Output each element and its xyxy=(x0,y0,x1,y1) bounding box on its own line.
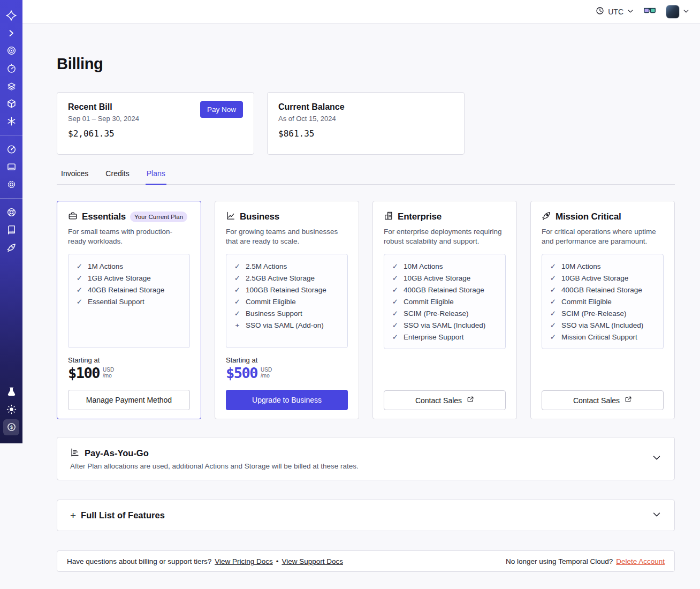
full-list-title: Full List of Features xyxy=(81,510,165,520)
external-link-icon xyxy=(467,396,474,405)
timezone-picker[interactable]: UTC xyxy=(596,6,634,17)
tab-invoices[interactable]: Invoices xyxy=(60,167,89,184)
check-icon: ✓ xyxy=(550,284,557,296)
check-icon: ✓ xyxy=(234,308,241,320)
namespaces-icon[interactable] xyxy=(3,43,19,59)
payg-title: Pay-As-You-Go xyxy=(85,448,149,458)
plan-card-essentials: Essentials Your Current Plan For small t… xyxy=(57,201,201,419)
feature-item: ✓10M Actions xyxy=(550,261,656,273)
feature-item: ✓SSO via SAML (Included) xyxy=(392,320,498,331)
plan-description: For growing teams and businesses that ar… xyxy=(226,227,348,247)
current-plan-badge: Your Current Plan xyxy=(130,212,187,222)
feature-item: ✓10M Actions xyxy=(392,261,498,273)
current-balance-asof: As of Oct 15, 2024 xyxy=(278,115,453,123)
check-icon: ✓ xyxy=(392,261,399,273)
rocket-icon xyxy=(542,211,551,223)
topbar: UTC xyxy=(22,0,700,24)
briefcase-icon xyxy=(68,211,78,223)
sidebar-divider xyxy=(0,135,22,135)
check-icon: ✓ xyxy=(234,296,241,308)
plan-card-enterprise: Enterprise For enterprise deployments re… xyxy=(372,201,517,419)
contact-sales-button[interactable]: Contact Sales xyxy=(542,390,664,410)
check-icon: ✓ xyxy=(392,308,399,320)
feature-item: ✓SCIM (Pre-Release) xyxy=(392,308,498,320)
feature-item: ✓10GB Active Storage xyxy=(392,273,498,284)
support-docs-link[interactable]: View Support Docs xyxy=(281,557,343,565)
feature-item: ✓1M Actions xyxy=(76,261,182,273)
feature-item: ✓400GB Retained Storage xyxy=(550,284,656,296)
check-icon: ✓ xyxy=(234,261,241,273)
check-icon: ✓ xyxy=(392,284,399,296)
account-menu[interactable] xyxy=(666,5,689,19)
asterisk-icon[interactable] xyxy=(3,114,19,130)
timezone-label: UTC xyxy=(608,7,623,16)
feature-item: ✓1GB Active Storage xyxy=(76,273,182,284)
collapse-sidebar-icon[interactable] xyxy=(3,25,19,41)
feature-item: ✓SSO via SAML (Included) xyxy=(550,320,656,331)
delete-account-link[interactable]: Delete Account xyxy=(616,557,665,565)
feature-item: ✓100GB Retained Storage xyxy=(234,284,340,296)
sidebar-divider xyxy=(0,198,22,199)
price-block: Starting at $500 USD /mo xyxy=(226,356,348,390)
price-block-empty xyxy=(542,357,664,390)
check-icon: ✓ xyxy=(550,296,557,308)
tab-credits[interactable]: Credits xyxy=(104,167,130,184)
plan-description: For critical operations where uptime and… xyxy=(542,227,664,247)
check-icon: ✓ xyxy=(392,320,399,331)
plus-icon: + xyxy=(70,510,76,522)
price-block: Starting at $100 USD /mo xyxy=(68,356,190,390)
upgrade-business-button[interactable]: Upgrade to Business xyxy=(226,390,348,410)
feature-item: ✓Mission Critical Support xyxy=(550,331,656,343)
layers-icon[interactable] xyxy=(3,78,19,94)
current-balance-amount: $861.35 xyxy=(278,129,453,139)
plan-name: Essentials xyxy=(82,212,126,222)
feature-item: ✓400GB Retained Storage xyxy=(392,284,498,296)
gauge-icon[interactable] xyxy=(3,141,19,157)
card-icon[interactable] xyxy=(3,159,19,175)
check-icon: ✓ xyxy=(76,261,83,273)
feature-item: ✓Commit Eligible xyxy=(550,296,656,308)
price-label: Starting at xyxy=(226,356,348,364)
temporal-logo-icon[interactable] xyxy=(3,7,19,24)
pricing-docs-link[interactable]: View Pricing Docs xyxy=(215,557,273,565)
billing-icon[interactable]: $ xyxy=(3,419,19,435)
footer-bar: Have questions about billing or support … xyxy=(57,550,675,572)
contact-sales-button[interactable]: Contact Sales xyxy=(384,390,506,410)
line-chart-icon xyxy=(226,211,235,223)
feature-list: ✓10M Actions ✓10GB Active Storage ✓400GB… xyxy=(384,254,506,349)
check-icon: ✓ xyxy=(550,331,557,343)
cube-icon[interactable] xyxy=(3,96,19,112)
bar-chart-icon xyxy=(70,448,80,459)
buildings-icon xyxy=(384,211,393,223)
sun-icon[interactable] xyxy=(3,402,19,418)
book-icon[interactable] xyxy=(3,222,19,238)
3d-glasses-icon[interactable] xyxy=(643,6,656,17)
chevron-down-icon xyxy=(627,7,634,16)
svg-text:$: $ xyxy=(10,425,12,430)
full-list-expander[interactable]: + Full List of Features xyxy=(57,500,675,531)
feature-item: +SSO via SAML (Add-on) xyxy=(234,320,340,331)
pay-now-button[interactable]: Pay Now xyxy=(200,101,243,118)
chevron-down-icon xyxy=(652,510,661,522)
check-icon: ✓ xyxy=(550,308,557,320)
payg-subtitle: After Plan allocations are used, additio… xyxy=(70,462,652,470)
feature-item: ✓10GB Active Storage xyxy=(550,273,656,284)
price-amount: $500 xyxy=(226,365,257,382)
plan-cards-row: Essentials Your Current Plan For small t… xyxy=(57,201,675,419)
pay-as-you-go-expander[interactable]: Pay-As-You-Go After Plan allocations are… xyxy=(57,437,675,480)
gear-icon[interactable] xyxy=(3,177,19,193)
check-icon: ✓ xyxy=(234,273,241,284)
check-icon: ✓ xyxy=(550,320,557,331)
tab-plans[interactable]: Plans xyxy=(146,167,166,185)
lifebuoy-icon[interactable] xyxy=(3,205,19,221)
feature-item: ✓Commit Eligible xyxy=(234,296,340,308)
feature-item: ✓Essential Support xyxy=(76,296,182,308)
manage-payment-button[interactable]: Manage Payment Method xyxy=(68,390,190,410)
avatar xyxy=(666,5,680,19)
flask-icon[interactable] xyxy=(3,384,19,400)
check-icon: ✓ xyxy=(76,284,83,296)
plus-icon: + xyxy=(234,320,241,331)
timer-icon[interactable] xyxy=(3,61,19,77)
summary-row: Recent Bill Sep 01 – Sep 30, 2024 $2,061… xyxy=(57,92,675,155)
rocket-icon[interactable] xyxy=(3,240,19,256)
